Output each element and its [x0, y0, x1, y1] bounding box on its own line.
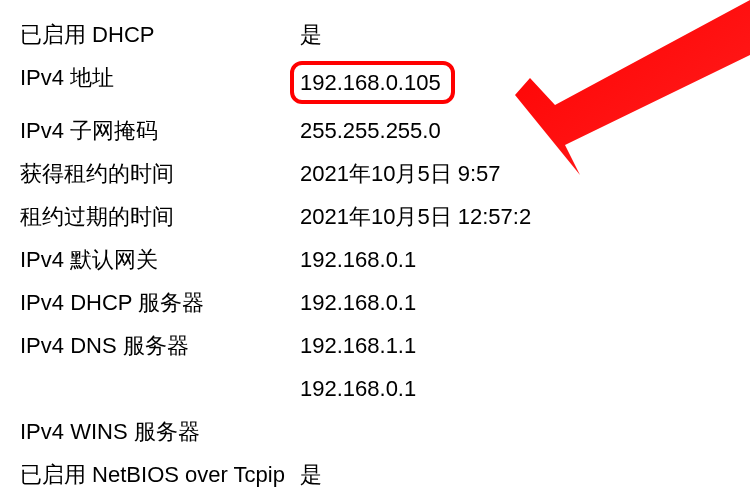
label-lease-obtained: 获得租约的时间 — [20, 157, 300, 190]
value-netbios: 是 — [300, 458, 730, 491]
detail-row: IPv4 默认网关 192.168.0.1 — [20, 243, 730, 276]
detail-row: IPv4 DHCP 服务器 192.168.0.1 — [20, 286, 730, 319]
label-ipv4-dns-2 — [20, 372, 300, 405]
value-ipv4-dns-2: 192.168.0.1 — [300, 372, 730, 405]
label-ipv4-wins: IPv4 WINS 服务器 — [20, 415, 300, 448]
value-ipv4-gateway: 192.168.0.1 — [300, 243, 730, 276]
label-ipv4-address: IPv4 地址 — [20, 61, 300, 104]
value-lease-expires: 2021年10月5日 12:57:2 — [300, 200, 730, 233]
value-ipv4-subnet: 255.255.255.0 — [300, 114, 730, 147]
highlight-box: 192.168.0.105 — [290, 61, 455, 104]
detail-row: IPv4 WINS 服务器 — [20, 415, 730, 448]
label-dhcp-enabled: 已启用 DHCP — [20, 18, 300, 51]
detail-row: IPv4 DNS 服务器 192.168.1.1 — [20, 329, 730, 362]
label-lease-expires: 租约过期的时间 — [20, 200, 300, 233]
label-ipv4-dns: IPv4 DNS 服务器 — [20, 329, 300, 362]
value-ipv4-address: 192.168.0.105 — [300, 61, 730, 104]
label-netbios: 已启用 NetBIOS over Tcpip — [20, 458, 300, 491]
label-ipv4-gateway: IPv4 默认网关 — [20, 243, 300, 276]
label-ipv4-subnet: IPv4 子网掩码 — [20, 114, 300, 147]
network-details-panel: 已启用 DHCP 是 IPv4 地址 192.168.0.105 IPv4 子网… — [0, 0, 750, 500]
value-ipv4-dns: 192.168.1.1 — [300, 329, 730, 362]
detail-row: IPv4 地址 192.168.0.105 — [20, 61, 730, 104]
detail-row: 192.168.0.1 — [20, 372, 730, 405]
value-lease-obtained: 2021年10月5日 9:57 — [300, 157, 730, 190]
detail-row: 已启用 DHCP 是 — [20, 18, 730, 51]
label-ipv4-dhcp-server: IPv4 DHCP 服务器 — [20, 286, 300, 319]
detail-row: 租约过期的时间 2021年10月5日 12:57:2 — [20, 200, 730, 233]
detail-row: 获得租约的时间 2021年10月5日 9:57 — [20, 157, 730, 190]
value-dhcp-enabled: 是 — [300, 18, 730, 51]
value-ipv4-dhcp-server: 192.168.0.1 — [300, 286, 730, 319]
detail-row: IPv4 子网掩码 255.255.255.0 — [20, 114, 730, 147]
value-ipv4-wins — [300, 415, 730, 448]
detail-row: 已启用 NetBIOS over Tcpip 是 — [20, 458, 730, 491]
